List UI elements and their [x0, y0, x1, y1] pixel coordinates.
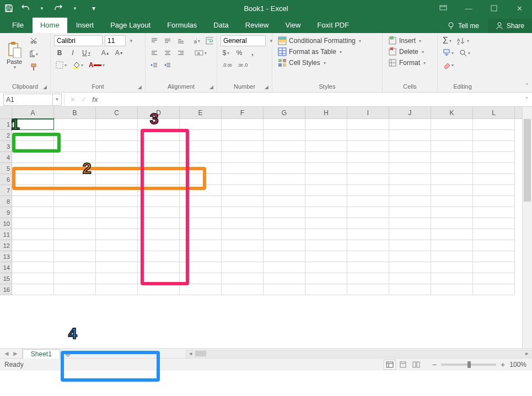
cell[interactable]	[138, 284, 180, 295]
cell[interactable]	[96, 229, 138, 240]
cell[interactable]	[12, 152, 54, 163]
cell[interactable]	[222, 152, 264, 163]
cell[interactable]	[54, 141, 96, 152]
tab-formulas[interactable]: Formulas	[159, 18, 205, 33]
row-header[interactable]: 6	[0, 174, 12, 185]
cell[interactable]	[12, 119, 54, 130]
cell[interactable]	[54, 152, 96, 163]
cell[interactable]	[12, 130, 54, 141]
fill-color-button[interactable]: ▾	[71, 59, 85, 70]
cell[interactable]	[431, 185, 473, 196]
cell[interactable]	[54, 273, 96, 284]
cell[interactable]	[305, 141, 347, 152]
align-center-button[interactable]	[162, 47, 173, 58]
tab-view[interactable]: View	[277, 18, 308, 33]
copy-button[interactable]: ▾	[28, 48, 40, 59]
cell[interactable]	[12, 284, 54, 295]
column-header[interactable]: B	[54, 107, 96, 118]
cell[interactable]	[305, 229, 347, 240]
format-as-table-button[interactable]: Format as Table▾	[276, 46, 379, 57]
tell-me-search[interactable]: Tell me	[439, 19, 487, 33]
column-header[interactable]: I	[347, 107, 389, 118]
conditional-formatting-button[interactable]: Conditional Formatting▾	[276, 35, 379, 46]
cell[interactable]	[222, 163, 264, 174]
cell[interactable]	[473, 185, 515, 196]
cell[interactable]	[54, 251, 96, 262]
cell[interactable]	[264, 163, 305, 174]
cell[interactable]	[431, 174, 473, 185]
cell[interactable]	[431, 152, 473, 163]
sheet-next-icon[interactable]: ►	[12, 350, 19, 357]
column-header[interactable]: K	[431, 107, 473, 118]
chevron-down-icon[interactable]: ▼	[52, 94, 61, 105]
cell[interactable]	[264, 207, 305, 218]
cell[interactable]	[54, 196, 96, 207]
scroll-thumb[interactable]	[195, 351, 206, 356]
cell[interactable]	[389, 262, 431, 273]
bold-button[interactable]: B	[54, 47, 65, 58]
chevron-down-icon[interactable]: ▼	[129, 39, 133, 44]
column-header[interactable]: J	[389, 107, 431, 118]
cell[interactable]	[347, 130, 389, 141]
cell[interactable]	[138, 262, 180, 273]
cell[interactable]	[473, 152, 515, 163]
cell[interactable]	[96, 273, 138, 284]
cell[interactable]	[473, 240, 515, 251]
scroll-right-icon[interactable]: ►	[523, 351, 531, 356]
tab-page-layout[interactable]: Page Layout	[103, 18, 158, 33]
borders-button[interactable]: ▾	[54, 59, 68, 70]
cell[interactable]	[347, 163, 389, 174]
sheet-prev-icon[interactable]: ◄	[3, 350, 10, 357]
cell[interactable]	[54, 240, 96, 251]
cell[interactable]	[180, 284, 222, 295]
minimize-icon[interactable]: —	[456, 0, 481, 17]
cell[interactable]	[431, 141, 473, 152]
wrap-text-button[interactable]	[204, 35, 215, 46]
dialog-launcher-icon[interactable]: ◢	[138, 84, 142, 90]
cell[interactable]	[12, 163, 54, 174]
cell[interactable]	[347, 218, 389, 229]
cell[interactable]	[389, 130, 431, 141]
cell[interactable]	[347, 185, 389, 196]
cell[interactable]	[473, 130, 515, 141]
cell[interactable]	[96, 185, 138, 196]
cell[interactable]	[347, 251, 389, 262]
cut-button[interactable]	[28, 35, 40, 46]
cell[interactable]	[138, 218, 180, 229]
cell[interactable]	[431, 262, 473, 273]
cell[interactable]	[389, 284, 431, 295]
cell[interactable]	[347, 229, 389, 240]
decrease-decimal-button[interactable]: .00.0	[236, 59, 249, 70]
cell[interactable]	[222, 218, 264, 229]
column-header[interactable]: F	[222, 107, 264, 118]
cell[interactable]	[96, 119, 138, 130]
cell[interactable]	[222, 229, 264, 240]
cell[interactable]	[389, 273, 431, 284]
cell[interactable]	[180, 251, 222, 262]
cell[interactable]	[222, 130, 264, 141]
decrease-indent-button[interactable]	[149, 59, 160, 70]
cells-area[interactable]	[12, 119, 522, 348]
cell[interactable]	[305, 273, 347, 284]
row-header[interactable]: 8	[0, 196, 12, 207]
cell[interactable]	[305, 262, 347, 273]
cell[interactable]	[222, 251, 264, 262]
cell[interactable]	[54, 130, 96, 141]
undo-dropdown-icon[interactable]: ▼	[36, 3, 47, 14]
cell[interactable]	[431, 240, 473, 251]
maximize-icon[interactable]	[481, 0, 507, 17]
cell[interactable]	[12, 196, 54, 207]
cell[interactable]	[222, 119, 264, 130]
cell[interactable]	[138, 185, 180, 196]
cell[interactable]	[96, 284, 138, 295]
cell[interactable]	[389, 141, 431, 152]
tab-foxit-pdf[interactable]: Foxit PDF	[309, 18, 357, 33]
cell[interactable]	[431, 207, 473, 218]
cell[interactable]	[431, 163, 473, 174]
delete-cells-button[interactable]: Delete▾	[386, 46, 434, 57]
cell[interactable]	[473, 218, 515, 229]
cell[interactable]	[431, 284, 473, 295]
cell[interactable]	[264, 185, 305, 196]
cell[interactable]	[54, 163, 96, 174]
cell[interactable]	[473, 174, 515, 185]
